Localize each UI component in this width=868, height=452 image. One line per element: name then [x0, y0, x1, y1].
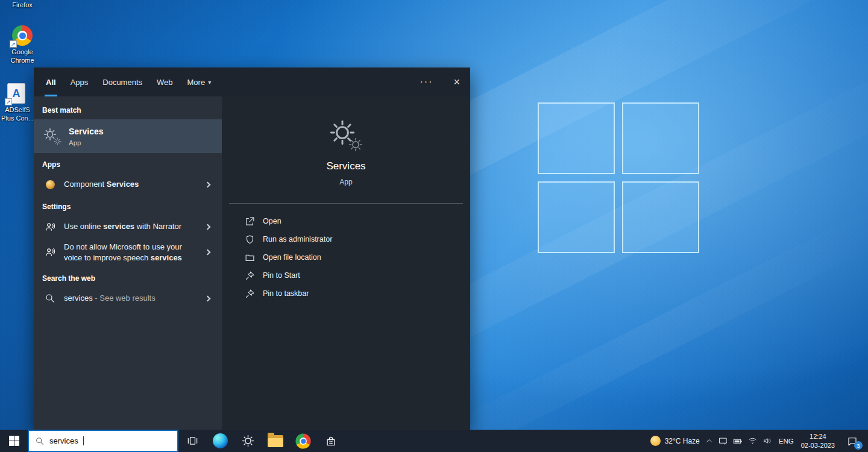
taskbar-app-settings-gear[interactable]	[234, 430, 262, 452]
search-results-list: Best match	[34, 96, 222, 430]
services-gear-icon-large	[329, 119, 363, 151]
system-tray: 32°C Haze	[650, 430, 868, 452]
weather-text: 32°C Haze	[665, 437, 700, 445]
file-location-icon	[245, 253, 255, 263]
action-pin-to-taskbar[interactable]: Pin to taskbar	[245, 284, 470, 303]
taskbar: services 3	[0, 430, 868, 452]
services-gear-icon	[43, 128, 60, 145]
tab-all[interactable]: All	[39, 67, 63, 96]
chevron-right-icon	[205, 181, 211, 187]
windows-logo-icon	[9, 436, 19, 446]
taskbar-app-store[interactable]	[317, 430, 345, 452]
taskbar-app-file-explorer[interactable]	[262, 430, 289, 452]
action-center-button[interactable]: 3	[840, 430, 864, 452]
desktop-icon-label: Google Chrome	[10, 48, 34, 65]
sun-icon	[650, 436, 661, 446]
more-options-button[interactable]: ···	[410, 67, 444, 96]
search-icon	[43, 292, 57, 305]
tray-tablet-button[interactable]	[719, 436, 728, 445]
action-pin-to-start[interactable]: Pin to Start	[245, 266, 470, 284]
speaker-icon	[763, 436, 772, 445]
tab-web[interactable]: Web	[149, 67, 180, 96]
shortcut-arrow-icon: ↗	[5, 98, 12, 105]
best-match-subtitle: App	[69, 139, 104, 146]
wifi-icon	[748, 436, 757, 445]
pin-icon	[245, 289, 255, 299]
taskbar-app-chrome[interactable]	[289, 430, 317, 452]
tray-volume-button[interactable]	[763, 436, 772, 445]
show-hidden-icons-button[interactable]	[705, 437, 713, 445]
taskbar-search-box[interactable]: services	[28, 430, 178, 452]
task-view-icon	[187, 435, 198, 447]
pin-icon	[245, 271, 255, 281]
desktop-icon-label: Firefox	[12, 1, 33, 10]
preview-actions: Open Run as administrator Open file loca…	[222, 204, 470, 303]
notification-badge: 3	[854, 441, 863, 450]
clock-date: 02-03-2023	[801, 441, 835, 450]
tab-apps[interactable]: Apps	[63, 67, 96, 96]
chevron-up-icon	[705, 437, 713, 445]
section-header-apps: Apps	[34, 153, 222, 174]
task-view-button[interactable]	[178, 430, 206, 452]
search-preview-pane: Services App Open Run as administrator	[222, 96, 470, 430]
chevron-right-icon	[205, 295, 211, 301]
edge-icon	[213, 433, 228, 448]
chrome-icon: ↗	[12, 25, 33, 46]
language-indicator[interactable]: ENG	[777, 438, 796, 445]
text-cursor	[83, 436, 84, 445]
gear-icon	[242, 435, 254, 447]
chevron-right-icon	[205, 250, 211, 256]
preview-title: Services	[326, 160, 365, 172]
preview-subtitle: App	[339, 178, 352, 186]
result-speech-services-setting[interactable]: Do not allow Microsoft to use your voice…	[34, 237, 222, 267]
section-header-best-match: Best match	[34, 99, 222, 119]
battery-icon	[733, 436, 743, 446]
chevron-down-icon: ▾	[208, 79, 211, 86]
component-services-icon	[43, 178, 57, 191]
clock-time: 12:24	[801, 432, 835, 441]
desktop-icon-chrome[interactable]: ↗ Google Chrome	[1, 25, 43, 65]
search-icon	[35, 436, 45, 446]
weather-widget[interactable]: 32°C Haze	[650, 436, 700, 446]
chrome-icon	[295, 433, 310, 448]
tablet-pen-icon	[719, 436, 728, 445]
tab-more[interactable]: More ▾	[180, 67, 219, 96]
tray-battery-button[interactable]	[733, 436, 743, 446]
close-button[interactable]: ×	[443, 67, 470, 96]
run-admin-shield-icon	[245, 234, 255, 245]
narrator-icon	[43, 220, 57, 233]
action-open[interactable]: Open	[245, 212, 470, 230]
desktop-icon-adselfservice[interactable]: A ↗ ADSelfS Plus Con...	[0, 83, 39, 123]
desktop-icon-firefox[interactable]: Firefox	[1, 0, 43, 10]
start-button[interactable]	[0, 430, 28, 452]
result-web-search-services[interactable]: services - See web results	[34, 287, 222, 309]
section-header-settings: Settings	[34, 195, 222, 216]
tray-network-button[interactable]	[748, 436, 757, 445]
taskbar-app-edge[interactable]	[206, 430, 234, 452]
shortcut-arrow-icon: ↗	[10, 40, 17, 48]
search-tabs-bar: All Apps Documents Web More ▾ ··· ×	[34, 67, 470, 96]
action-run-as-administrator[interactable]: Run as administrator	[245, 230, 470, 248]
section-header-search-web: Search the web	[34, 267, 222, 287]
result-component-services[interactable]: Component Services	[34, 174, 222, 195]
speech-settings-icon	[43, 246, 57, 259]
start-search-panel: All Apps Documents Web More ▾ ··· × Best…	[34, 67, 470, 430]
open-icon	[245, 216, 255, 227]
result-narrator-setting[interactable]: Use online services with Narrator	[34, 216, 222, 237]
chevron-right-icon	[205, 224, 211, 230]
desktop-icon-label: ADSelfS Plus Con...	[1, 106, 34, 123]
clock[interactable]: 12:24 02-03-2023	[801, 432, 835, 450]
search-input-value: services	[49, 436, 78, 445]
action-open-file-location[interactable]: Open file location	[245, 248, 470, 266]
folder-icon	[268, 435, 283, 447]
store-icon	[325, 435, 337, 447]
tab-documents[interactable]: Documents	[95, 67, 149, 96]
adselfservice-icon: A ↗	[7, 83, 28, 104]
best-match-title: Services	[69, 127, 104, 136]
result-best-match-services[interactable]: Services App	[34, 119, 222, 153]
